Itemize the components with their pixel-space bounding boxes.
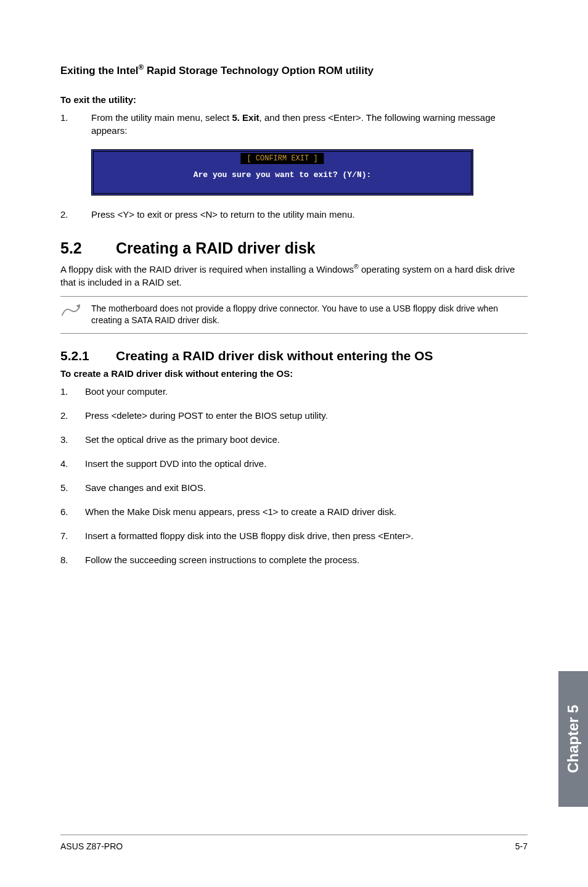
item-text: When the Make Disk menu appears, press <… [85, 505, 528, 518]
item-text: Boot your computer. [85, 385, 528, 398]
list-item: 4.Insert the support DVD into the optica… [60, 457, 528, 470]
chapter-tab: Chapter 5 [558, 671, 588, 807]
subheading-exit: To exit the utility: [60, 94, 528, 105]
list-item: 2.Press <delete> during POST to enter th… [60, 409, 528, 422]
item-number: 2. [60, 409, 85, 422]
h2-title: Creating a RAID driver disk [116, 239, 316, 257]
item-text: Press <delete> during POST to enter the … [85, 409, 528, 422]
item-text: Set the optical drive as the primary boo… [85, 433, 528, 446]
footer-left: ASUS Z87-PRO [60, 841, 123, 851]
list-item: 1.Boot your computer. [60, 385, 528, 398]
h3-heading: 5.2.1 Creating a RAID driver disk withou… [60, 349, 528, 363]
heading-sup: ® [139, 63, 144, 72]
footer-right: 5-7 [515, 841, 528, 851]
item-number: 5. [60, 481, 85, 494]
subheading-create: To create a RAID driver disk without ent… [60, 368, 528, 379]
heading-part1: Exiting the Intel [60, 65, 139, 76]
h3-number: 5.2.1 [60, 349, 116, 363]
note-block: The motherboard does not provide a flopp… [60, 296, 528, 334]
list-item: 8.Follow the succeeding screen instructi… [60, 553, 528, 566]
list-item: 6.When the Make Disk menu appears, press… [60, 505, 528, 518]
list-item: 1. From the utility main menu, select 5.… [60, 111, 528, 137]
h3-title: Creating a RAID driver disk without ente… [116, 349, 433, 363]
note-text: The motherboard does not provide a flopp… [91, 303, 528, 327]
list-item: 3.Set the optical drive as the primary b… [60, 433, 528, 446]
item-text: Insert a formatted floppy disk into the … [85, 529, 528, 542]
chapter-label: Chapter 5 [565, 705, 582, 774]
item-number: 3. [60, 433, 85, 446]
h2-heading: 5.2 Creating a RAID driver disk [60, 239, 528, 257]
h2-number: 5.2 [60, 239, 116, 257]
heading-part2: Rapid Storage Technology Option ROM util… [144, 65, 374, 76]
item-number: 4. [60, 457, 85, 470]
item-text: Insert the support DVD into the optical … [85, 457, 528, 470]
terminal-prompt: Are you sure you want to exit? (Y/N): [94, 170, 471, 179]
pencil-icon [60, 303, 91, 327]
item-number: 6. [60, 505, 85, 518]
item-text: From the utility main menu, select 5. Ex… [91, 111, 528, 137]
terminal-dialog: [ CONFIRM EXIT ] Are you sure you want t… [91, 149, 473, 196]
item-text: Save changes and exit BIOS. [85, 481, 528, 494]
page-footer: ASUS Z87-PRO 5-7 [60, 835, 528, 851]
item-text: Press <Y> to exit or press <N> to return… [91, 208, 528, 221]
list-item: 7.Insert a formatted floppy disk into th… [60, 529, 528, 542]
item-number: 1. [60, 385, 85, 398]
list-item: 2. Press <Y> to exit or press <N> to ret… [60, 208, 528, 221]
item-number: 7. [60, 529, 85, 542]
item-number: 1. [60, 111, 91, 137]
terminal-header: [ CONFIRM EXIT ] [240, 153, 324, 164]
item-number: 2. [60, 208, 91, 221]
list-item: 5.Save changes and exit BIOS. [60, 481, 528, 494]
item-number: 8. [60, 553, 85, 566]
section-heading: Exiting the Intel® Rapid Storage Technol… [60, 63, 528, 77]
item-text: Follow the succeeding screen instruction… [85, 553, 528, 566]
paragraph: A floppy disk with the RAID driver is re… [60, 262, 528, 289]
